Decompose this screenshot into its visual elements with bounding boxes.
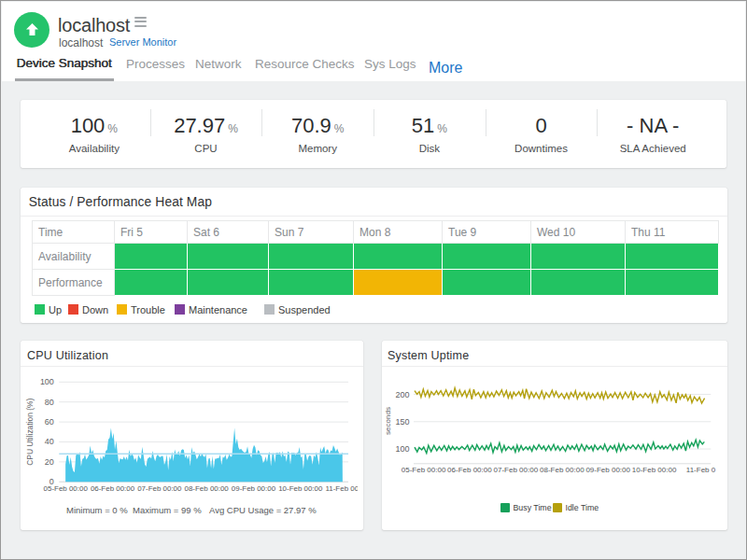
svg-text:08-Feb 00:00: 08-Feb 00:00 [540, 466, 585, 474]
svg-text:CPU Utilization (%): CPU Utilization (%) [25, 398, 35, 465]
svg-text:05-Feb 00:00: 05-Feb 00:00 [402, 466, 446, 474]
svg-text:09-Feb 00:00: 09-Feb 00:00 [232, 484, 276, 493]
svg-text:09-Feb 00:00: 09-Feb 00:00 [585, 466, 630, 474]
svg-text:100: 100 [40, 377, 54, 386]
svg-text:10-Feb 00:00: 10-Feb 00:00 [632, 466, 677, 474]
svg-text:80: 80 [45, 398, 54, 407]
svg-text:05-Feb 00:00: 05-Feb 00:00 [44, 484, 89, 493]
svg-text:10-Feb 00:00: 10-Feb 00:00 [278, 484, 323, 493]
svg-text:07-Feb 00:00: 07-Feb 00:00 [137, 484, 182, 493]
svg-text:200: 200 [395, 390, 409, 399]
svg-text:seconds: seconds [384, 407, 392, 435]
svg-text:100: 100 [395, 444, 409, 454]
svg-text:11-Feb 00:00: 11-Feb 00:00 [325, 484, 358, 493]
svg-text:20: 20 [45, 457, 54, 467]
svg-text:150: 150 [395, 417, 409, 427]
svg-text:06-Feb 00:00: 06-Feb 00:00 [447, 466, 492, 474]
svg-text:07-Feb 00:00: 07-Feb 00:00 [494, 466, 539, 474]
svg-text:11-Feb 0: 11-Feb 0 [686, 466, 716, 474]
svg-text:40: 40 [45, 437, 54, 446]
svg-text:08-Feb 00:00: 08-Feb 00:00 [185, 484, 230, 493]
svg-text:60: 60 [45, 417, 54, 427]
svg-text:06-Feb 00:00: 06-Feb 00:00 [91, 484, 135, 493]
